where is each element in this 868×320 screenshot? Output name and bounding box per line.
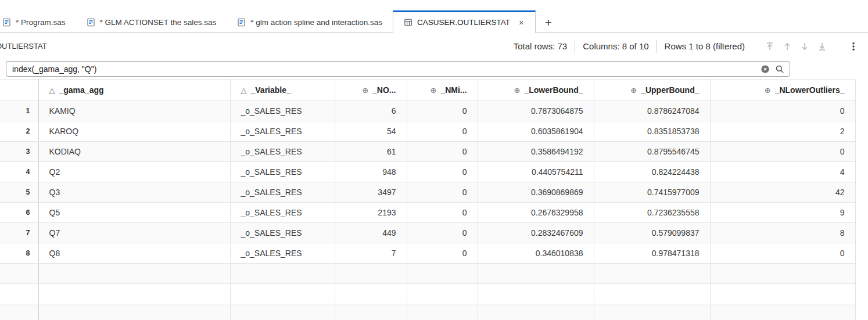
column-header-gamaagg[interactable]: △_gama_agg: [38, 80, 230, 101]
clear-filter-icon[interactable]: [761, 64, 770, 74]
cell[interactable]: 6: [335, 101, 407, 121]
tab-0[interactable]: * Program.sas: [0, 12, 76, 33]
column-header-lowerbound[interactable]: ⊕_LowerBound_: [478, 80, 594, 101]
table-row: 1KAMIQ_o_SALES_RES600.78730648750.878624…: [0, 101, 855, 121]
tab-3[interactable]: CASUSER.OUTLIERSTAT×: [393, 10, 536, 33]
cell[interactable]: 4: [710, 162, 855, 182]
table-row: 8Q8_o_SALES_RES700.3460108380.9784713180: [0, 243, 855, 264]
cell[interactable]: 948: [335, 162, 407, 182]
go-to-first-rows-icon[interactable]: [765, 41, 775, 52]
cell[interactable]: _o_SALES_RES: [230, 101, 335, 121]
cell[interactable]: 0: [407, 101, 478, 121]
cell[interactable]: 9: [710, 203, 855, 223]
column-header-nloweroutliers[interactable]: ⊕_NLowerOutliers_: [710, 80, 855, 101]
next-rows-icon[interactable]: [799, 41, 810, 52]
table-row: 2KAROQ_o_SALES_RES5400.60358619040.83518…: [0, 121, 855, 142]
table-row: 3KODIAQ_o_SALES_RES6100.35864941920.8795…: [0, 142, 855, 162]
cell[interactable]: 0.2832467609: [478, 223, 594, 243]
tab-2[interactable]: * glm action spline and interaction.sas: [227, 12, 393, 33]
cell[interactable]: 0: [407, 142, 478, 162]
row-number-empty: [0, 284, 38, 304]
cell[interactable]: 0.978471318: [594, 243, 710, 264]
close-tab-icon[interactable]: ×: [518, 18, 525, 27]
cell[interactable]: 0.3586494192: [478, 142, 594, 162]
cell[interactable]: _o_SALES_RES: [230, 121, 335, 142]
cell[interactable]: 0: [407, 182, 478, 203]
cell[interactable]: KAROQ: [38, 121, 230, 142]
row-number[interactable]: 8: [0, 243, 38, 264]
cell[interactable]: 0.6035861904: [478, 121, 594, 142]
tab-label: * Program.sas: [16, 18, 66, 27]
row-number[interactable]: 4: [0, 162, 38, 182]
column-header-nmi[interactable]: ⊕_NMi...: [407, 80, 478, 101]
cell[interactable]: 0.8795546745: [594, 142, 710, 162]
column-label: _NMi...: [440, 85, 467, 95]
sas-program-file-icon: [2, 18, 11, 27]
previous-rows-icon[interactable]: [782, 41, 792, 52]
cell[interactable]: 2193: [335, 203, 407, 223]
empty-cell: [335, 284, 407, 304]
columns-count-label: Columns: 8 of 10: [583, 41, 648, 51]
cell[interactable]: 0: [710, 101, 855, 121]
empty-cell: [38, 264, 230, 284]
cell[interactable]: Q8: [38, 243, 230, 264]
empty-cell: [407, 304, 478, 320]
row-number[interactable]: 5: [0, 182, 38, 203]
cell[interactable]: 0.4405754211: [478, 162, 594, 182]
go-to-last-rows-icon[interactable]: [817, 41, 827, 52]
cell[interactable]: 0.824224438: [594, 162, 710, 182]
cell[interactable]: 0.7236235558: [594, 203, 710, 223]
column-header-no[interactable]: ⊕_NO...: [335, 80, 407, 101]
row-number[interactable]: 6: [0, 203, 38, 223]
cell[interactable]: 0.2676329958: [478, 203, 594, 223]
tab-1[interactable]: * GLM ACTIONSET the sales.sas: [76, 12, 227, 33]
cell[interactable]: 0.579099837: [594, 223, 710, 243]
cell[interactable]: Q7: [38, 223, 230, 243]
cell[interactable]: 61: [335, 142, 407, 162]
column-label: _Variable_: [251, 85, 291, 95]
cell[interactable]: Q5: [38, 203, 230, 223]
cell[interactable]: 0: [407, 121, 478, 142]
more-options-menu-icon[interactable]: [848, 41, 859, 52]
cell[interactable]: 0: [710, 243, 855, 264]
cell[interactable]: 8: [710, 223, 855, 243]
cell[interactable]: 42: [710, 182, 855, 203]
cell[interactable]: 7: [335, 243, 407, 264]
cell[interactable]: Q2: [38, 162, 230, 182]
cell[interactable]: 3497: [335, 182, 407, 203]
cell[interactable]: _o_SALES_RES: [230, 223, 335, 243]
cell[interactable]: Q3: [38, 182, 230, 203]
cell[interactable]: 0: [710, 142, 855, 162]
sas-program-file-icon: [237, 18, 246, 27]
new-tab-button[interactable]: +: [539, 16, 558, 28]
row-number[interactable]: 3: [0, 142, 38, 162]
cell[interactable]: 0.8351853738: [594, 121, 710, 142]
column-header-variable[interactable]: △_Variable_: [230, 80, 335, 101]
cell[interactable]: 0: [407, 203, 478, 223]
search-icon[interactable]: [775, 64, 784, 74]
cell[interactable]: 54: [335, 121, 407, 142]
cell[interactable]: 2: [710, 121, 855, 142]
row-number[interactable]: 1: [0, 101, 38, 121]
cell[interactable]: _o_SALES_RES: [230, 142, 335, 162]
cell[interactable]: 0.3690869869: [478, 182, 594, 203]
cell[interactable]: 449: [335, 223, 407, 243]
table-row: 6Q5_o_SALES_RES219300.26763299580.723623…: [0, 203, 855, 223]
cell[interactable]: 0.7873064875: [478, 101, 594, 121]
row-number[interactable]: 2: [0, 121, 38, 142]
column-header-upperbound[interactable]: ⊕_UpperBound_: [594, 80, 710, 101]
cell[interactable]: 0.7415977009: [594, 182, 710, 203]
cell[interactable]: _o_SALES_RES: [230, 243, 335, 264]
cell[interactable]: _o_SALES_RES: [230, 182, 335, 203]
cell[interactable]: KAMIQ: [38, 101, 230, 121]
cell[interactable]: _o_SALES_RES: [230, 162, 335, 182]
cell[interactable]: 0: [407, 223, 478, 243]
row-number[interactable]: 7: [0, 223, 38, 243]
cell[interactable]: KODIAQ: [38, 142, 230, 162]
cell[interactable]: 0: [407, 243, 478, 264]
cell[interactable]: 0: [407, 162, 478, 182]
cell[interactable]: 0.8786247084: [594, 101, 710, 121]
cell[interactable]: _o_SALES_RES: [230, 203, 335, 223]
cell[interactable]: 0.346010838: [478, 243, 594, 264]
filter-input[interactable]: [6, 62, 761, 76]
